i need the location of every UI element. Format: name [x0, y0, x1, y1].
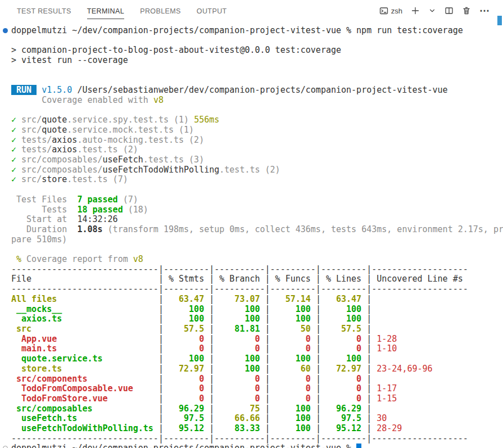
command-decoration-icon: [3, 446, 8, 448]
terminal-line: pare 510ms): [11, 235, 503, 245]
terminal-line: ✓ src/composables/useFetch.test.ts (3): [11, 155, 503, 165]
terminal-line: TodoFromComposable.vue | 0 | 0 | 0 | 0 |…: [11, 384, 503, 394]
terminal-line: [11, 66, 503, 76]
terminal-line: -----------------------------|---------|…: [11, 265, 503, 275]
terminal-line: doppelmutzi ~/dev/companion-projects/com…: [11, 26, 503, 36]
terminal-line: Coverage enabled with v8: [11, 96, 503, 106]
terminal-line: Start at 14:32:26: [11, 215, 503, 225]
tab-terminal[interactable]: TERMINAL: [87, 2, 124, 19]
shell-label: zsh: [391, 7, 402, 15]
terminal-toolbar: zsh: [379, 6, 497, 15]
terminal-line: -----------------------------|---------|…: [11, 434, 503, 444]
tab-test-results[interactable]: TEST RESULTS: [17, 2, 71, 19]
terminal-line: All files | 63.47 | 73.07 | 57.14 | 63.4…: [11, 295, 503, 305]
tab-problems[interactable]: PROBLEMS: [140, 2, 181, 19]
terminal-line: axios.ts | 100 | 100 | 100 | 100 |: [11, 314, 503, 324]
terminal-line: ✓ src/quote.service.spy.test.ts (1) 556m…: [11, 115, 503, 125]
panel-tabs: TEST RESULTS TERMINAL PROBLEMS OUTPUT: [17, 0, 227, 21]
terminal-line: ✓ src/store.test.ts (7): [11, 175, 503, 185]
terminal-line: doppelmutzi ~/dev/companion-projects/com…: [11, 444, 503, 448]
terminal-line: useFetch.ts | 97.5 | 66.66 | 100 | 97.5 …: [11, 414, 503, 424]
terminal-line: App.vue | 0 | 0 | 0 | 0 | 1-28: [11, 334, 503, 345]
terminal-line: __mocks__ | 100 | 100 | 100 | 100 |: [11, 305, 503, 315]
terminal-profile-button[interactable]: zsh: [379, 6, 402, 15]
terminal-icon: [379, 6, 388, 15]
scrollbar-command-marker: [497, 16, 502, 25]
terminal-line: > vitest run --coverage: [11, 56, 503, 66]
more-actions-button[interactable]: ⋯: [479, 8, 490, 13]
command-decoration-icon: [3, 28, 8, 33]
ellipsis-icon: ⋯: [479, 8, 490, 13]
terminal-line: Duration 1.08s (transform 198ms, setup 0…: [11, 225, 503, 235]
terminal-line: [11, 75, 503, 85]
terminal[interactable]: doppelmutzi ~/dev/companion-projects/com…: [0, 21, 503, 448]
terminal-line: ✓ src/composables/useFetchTodoWithPollin…: [11, 165, 503, 175]
terminal-line: src | 57.5 | 81.81 | 50 | 57.5 |: [11, 324, 503, 334]
terminal-line: ✓ tests/axios.auto-mocking.test.ts (2): [11, 135, 503, 146]
kill-terminal-button[interactable]: [462, 6, 471, 15]
panel-tabbar: TEST RESULTS TERMINAL PROBLEMS OUTPUT zs…: [0, 0, 503, 21]
terminal-line: Test Files 7 passed (7): [11, 195, 503, 205]
terminal-line: main.ts | 0 | 0 | 0 | 0 | 1-10: [11, 344, 503, 354]
terminal-line: ✓ src/quote.service.mock.test.ts (1): [11, 125, 503, 135]
terminal-line: RUN v1.5.0 /Users/sebastianweber/dev/com…: [11, 85, 503, 96]
terminal-line: store.ts | 72.97 | 100 | 60 | 72.97 | 23…: [11, 364, 503, 374]
terminal-line: File | % Stmts | % Branch | % Funcs | % …: [11, 274, 503, 284]
terminal-line: % Coverage report from v8: [11, 255, 503, 265]
split-terminal-icon: [445, 6, 454, 15]
terminal-cursor: [356, 444, 361, 448]
split-terminal-button[interactable]: [445, 6, 454, 15]
terminal-line: TodoFromStore.vue | 0 | 0 | 0 | 0 | 1-15: [11, 394, 503, 404]
terminal-line: src/components | 0 | 0 | 0 | 0 |: [11, 374, 503, 384]
terminal-line: useFetchTodoWithPolling.ts | 95.12 | 83.…: [11, 424, 503, 434]
terminal-line: [11, 36, 503, 46]
terminal-line: quote.service.ts | 100 | 100 | 100 | 100…: [11, 354, 503, 364]
chevron-down-icon: [428, 7, 436, 15]
trash-icon: [462, 6, 471, 15]
plus-icon: [411, 6, 420, 15]
new-terminal-button[interactable]: [411, 6, 420, 15]
terminal-line: ✓ tests/axios.test.ts (2): [11, 145, 503, 155]
launch-profile-dropdown[interactable]: [428, 7, 436, 15]
terminal-line: -----------------------------|---------|…: [11, 284, 503, 295]
terminal-line: > companion-project-to-blog-post-about-v…: [11, 46, 503, 56]
tab-output[interactable]: OUTPUT: [197, 2, 227, 19]
terminal-line: Tests 18 passed (18): [11, 205, 503, 215]
terminal-line: [11, 245, 503, 255]
terminal-line: [11, 106, 503, 116]
terminal-content: doppelmutzi ~/dev/companion-projects/com…: [11, 26, 503, 448]
terminal-line: [11, 185, 503, 195]
terminal-line: src/composables | 96.29 | 75 | 100 | 96.…: [11, 404, 503, 414]
